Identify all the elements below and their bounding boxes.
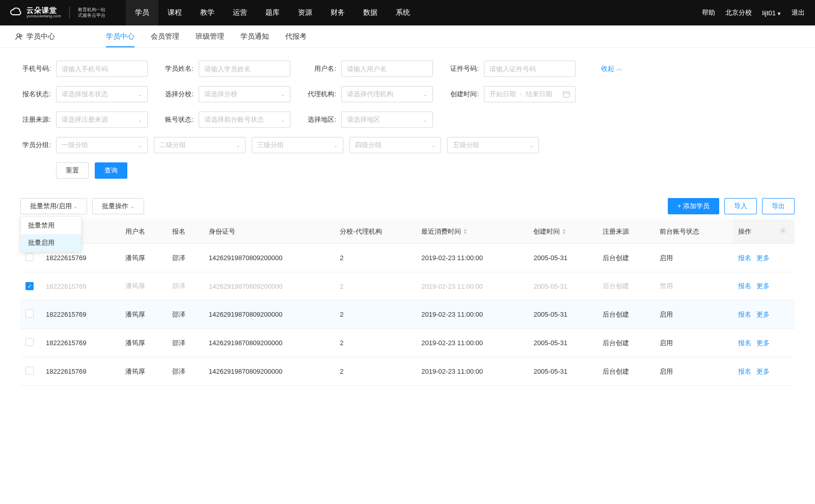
row-more-link[interactable]: 更多 bbox=[756, 311, 770, 318]
cell-last-consume: 2019-02-23 11:00:00 bbox=[416, 357, 528, 386]
top-nav-item-3[interactable]: 运营 bbox=[224, 0, 256, 25]
branch-select[interactable]: 请选择分校⌄ bbox=[199, 86, 290, 102]
add-student-button[interactable]: + 添加学员 bbox=[668, 198, 719, 214]
sub-nav-item-2[interactable]: 班级管理 bbox=[196, 25, 224, 47]
row-more-link[interactable]: 更多 bbox=[756, 339, 770, 347]
bulk-enable-option[interactable]: 批量启用 bbox=[21, 234, 81, 251]
nav-user[interactable]: lijt01▼ bbox=[762, 9, 781, 17]
id-number-input[interactable] bbox=[484, 61, 576, 77]
row-enroll-link[interactable]: 报名 bbox=[738, 282, 751, 290]
sub-nav-item-0[interactable]: 学员中心 bbox=[106, 25, 134, 47]
cell-username: 潘筠厚 bbox=[120, 272, 167, 300]
region-select[interactable]: 请选择地区⌄ bbox=[341, 111, 433, 128]
bulk-toggle-button[interactable]: 批量禁用/启用 ⌄ bbox=[20, 198, 87, 214]
search-button[interactable]: 查询 bbox=[95, 162, 127, 179]
row-checkbox[interactable] bbox=[25, 367, 34, 375]
row-enroll-link[interactable]: 报名 bbox=[738, 339, 751, 347]
chevron-down-icon: ⌄ bbox=[138, 117, 142, 123]
reg-source-select[interactable]: 请选择注册来源⌄ bbox=[56, 111, 148, 128]
row-enroll-link[interactable]: 报名 bbox=[738, 254, 751, 262]
chevron-down-icon: ⌄ bbox=[138, 143, 142, 148]
table-row: 18222615769潘筠厚邵泽142629198708092000002201… bbox=[20, 357, 795, 386]
cell-id: 14262919870809200000 bbox=[204, 244, 335, 272]
col-reg-source: 注册来源 bbox=[597, 219, 655, 244]
top-nav-item-1[interactable]: 课程 bbox=[158, 0, 191, 25]
row-enroll-link[interactable]: 报名 bbox=[738, 368, 751, 375]
row-checkbox[interactable]: ✓ bbox=[25, 282, 34, 290]
cell-last-consume: 2019-02-23 11:00:00 bbox=[416, 329, 528, 357]
student-name-input[interactable] bbox=[199, 61, 290, 77]
bulk-disable-option[interactable]: 批量禁用 bbox=[21, 217, 81, 234]
group-select-1[interactable]: 一级分组⌄ bbox=[56, 137, 148, 153]
row-checkbox[interactable] bbox=[25, 338, 34, 346]
cell-reg-source: 后台创建 bbox=[597, 329, 655, 357]
row-checkbox[interactable] bbox=[25, 253, 34, 261]
filter-area: 手机号码: 学员姓名: 用户名: 证件号码: 收起︿ 报名状态:请选择报名状态⌄… bbox=[0, 48, 815, 193]
cell-phone: 18222615769 bbox=[41, 272, 120, 300]
group-select-5[interactable]: 五级分组⌄ bbox=[447, 137, 539, 153]
top-nav: 云朵课堂 yunduoketang.com 教育机构一站 式服务云平台 学员课程… bbox=[0, 0, 815, 25]
sort-icon: ▲▼ bbox=[562, 229, 566, 235]
sub-nav-item-3[interactable]: 学员通知 bbox=[240, 25, 269, 47]
table-row: ✓18222615769潘筠厚邵泽14262919870809200000220… bbox=[20, 272, 795, 300]
user-icon bbox=[15, 33, 23, 41]
col-username: 用户名 bbox=[120, 219, 167, 244]
reset-button[interactable]: 重置 bbox=[56, 162, 89, 179]
username-input[interactable] bbox=[341, 61, 433, 77]
top-nav-item-4[interactable]: 题库 bbox=[256, 0, 289, 25]
label-branch: 选择分校: bbox=[163, 90, 194, 99]
chevron-down-icon: ⌄ bbox=[236, 143, 240, 148]
import-button[interactable]: 导入 bbox=[724, 198, 757, 214]
label-account-status: 账号状态: bbox=[163, 115, 194, 124]
sub-nav-item-4[interactable]: 代报考 bbox=[285, 25, 307, 47]
cell-status: 启用 bbox=[655, 357, 732, 386]
label-group: 学员分组: bbox=[20, 141, 51, 150]
cell-created-at: 2005-05-31 bbox=[528, 357, 597, 386]
label-username: 用户名: bbox=[306, 64, 336, 73]
account-status-select[interactable]: 请选择前台账号状态⌄ bbox=[199, 111, 290, 128]
top-nav-item-7[interactable]: 数据 bbox=[354, 0, 387, 25]
enroll-status-select[interactable]: 请选择报名状态⌄ bbox=[56, 86, 148, 102]
top-nav-item-6[interactable]: 财务 bbox=[321, 0, 354, 25]
nav-branch[interactable]: 北京分校 bbox=[725, 8, 752, 17]
cell-phone: 18222615769 bbox=[41, 300, 120, 329]
row-more-link[interactable]: 更多 bbox=[756, 368, 770, 375]
col-branch-agency: 分校-代理机构 bbox=[335, 219, 416, 244]
collapse-filters[interactable]: 收起︿ bbox=[601, 64, 623, 73]
row-checkbox[interactable] bbox=[25, 310, 34, 318]
bulk-toggle-menu: 批量禁用 批量启用 bbox=[20, 216, 82, 252]
col-created-at[interactable]: 创建时间▲▼ bbox=[528, 219, 597, 244]
label-phone: 手机号码: bbox=[20, 64, 51, 73]
cell-id: 14262919870809200000 bbox=[204, 272, 335, 300]
brand-tag: 教育机构一站 式服务云平台 bbox=[78, 7, 105, 18]
chevron-up-icon: ︿ bbox=[616, 64, 623, 73]
row-more-link[interactable]: 更多 bbox=[756, 282, 770, 290]
top-nav-item-5[interactable]: 资源 bbox=[289, 0, 321, 25]
created-at-range[interactable]: 开始日期 - 结束日期 bbox=[484, 86, 576, 102]
top-nav-item-2[interactable]: 教学 bbox=[191, 0, 224, 25]
group-select-3[interactable]: 三级分组⌄ bbox=[252, 137, 343, 153]
top-nav-item-8[interactable]: 系统 bbox=[387, 0, 419, 25]
bulk-ops-button[interactable]: 批量操作 ⌄ bbox=[92, 198, 144, 214]
group-select-2[interactable]: 二级分组⌄ bbox=[154, 137, 246, 153]
nav-help[interactable]: 帮助 bbox=[702, 8, 715, 17]
row-more-link[interactable]: 更多 bbox=[756, 254, 770, 262]
nav-logout[interactable]: 退出 bbox=[792, 8, 805, 17]
cell-enroll: 邵泽 bbox=[167, 329, 204, 357]
cell-branch: 2 bbox=[335, 329, 416, 357]
group-select-4[interactable]: 四级分组⌄ bbox=[349, 137, 441, 153]
agency-select[interactable]: 请选择代理机构⌄ bbox=[341, 86, 433, 102]
gear-icon[interactable] bbox=[779, 227, 786, 234]
cell-phone: 18222615769 bbox=[41, 357, 120, 386]
row-enroll-link[interactable]: 报名 bbox=[738, 311, 751, 318]
col-actions: 操作 bbox=[733, 219, 774, 244]
col-last-consume[interactable]: 最近消费时间▲▼ bbox=[416, 219, 528, 244]
label-enroll-status: 报名状态: bbox=[20, 90, 51, 99]
sub-nav-item-1[interactable]: 会员管理 bbox=[151, 25, 179, 47]
export-button[interactable]: 导出 bbox=[762, 198, 795, 214]
cell-id: 14262919870809200000 bbox=[204, 329, 335, 357]
phone-input[interactable] bbox=[56, 61, 148, 77]
table-row: 18222615769潘筠厚邵泽142629198708092000002201… bbox=[20, 300, 795, 329]
logo: 云朵课堂 yunduoketang.com 教育机构一站 式服务云平台 bbox=[10, 7, 105, 19]
top-nav-item-0[interactable]: 学员 bbox=[126, 0, 158, 25]
